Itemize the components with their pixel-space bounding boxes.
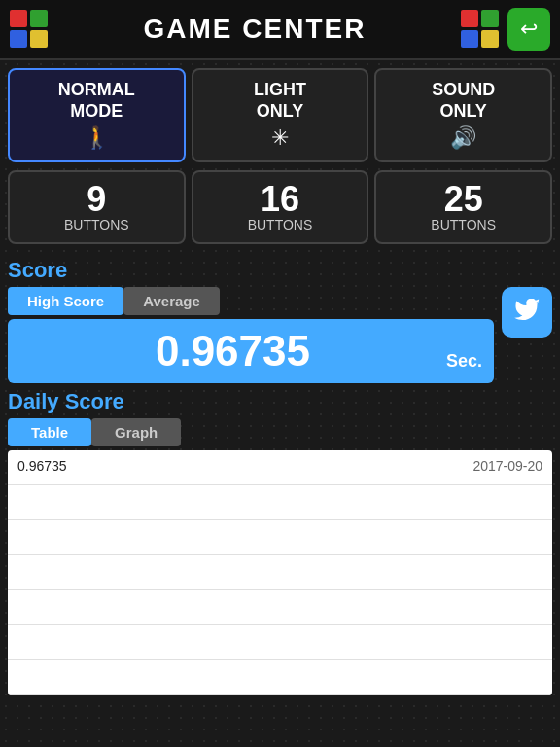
row-score-0: 0.96735 <box>18 458 67 477</box>
score-tabs: High Score Average <box>8 287 494 315</box>
header-logo-right <box>461 10 500 49</box>
table-row-empty-3 <box>8 555 552 590</box>
daily-tabs: Table Graph <box>8 418 552 446</box>
logo-yellow <box>30 30 48 48</box>
score-section: Score High Score Average 0.96735 Sec. <box>0 252 560 383</box>
daily-title: Daily Score <box>8 389 552 414</box>
btn-25[interactable]: 25 BUTTONS <box>374 170 552 244</box>
tab-graph[interactable]: Graph <box>91 418 181 446</box>
tab-high-score[interactable]: High Score <box>8 287 123 315</box>
mode-normal-label: NORMALMODE <box>58 80 135 122</box>
btn-16-num: 16 <box>203 182 358 217</box>
twitter-icon <box>513 299 541 326</box>
row-date-0: 2017-09-20 <box>472 458 542 477</box>
btn-25-label: BUTTONS <box>386 217 541 232</box>
mode-light-icon: ✳ <box>271 125 289 151</box>
mode-light-label: LIGHTONLY <box>254 80 306 122</box>
header: GAME CENTER ↩ <box>0 0 560 60</box>
mode-sound-button[interactable]: SOUNDONLY 🔊 <box>374 68 552 162</box>
score-display: 0.96735 Sec. <box>8 319 494 383</box>
logo-blue <box>10 30 27 48</box>
score-table: 0.96735 2017-09-20 <box>8 450 552 695</box>
twitter-button[interactable] <box>502 287 552 338</box>
logo-r2 <box>461 10 478 27</box>
mode-normal-icon: 🚶 <box>84 125 110 151</box>
tab-table[interactable]: Table <box>8 418 91 446</box>
score-tab-group: High Score Average <box>8 287 494 315</box>
logo-green <box>30 10 48 27</box>
buttons-grid: 9 BUTTONS 16 BUTTONS 25 BUTTONS <box>0 170 560 252</box>
score-title: Score <box>8 258 552 283</box>
btn-25-num: 25 <box>386 182 541 217</box>
modes-grid: NORMALMODE 🚶 LIGHTONLY ✳ SOUNDONLY 🔊 <box>0 60 560 170</box>
table-row-empty-6 <box>8 660 552 695</box>
score-unit: Sec. <box>446 351 482 375</box>
header-right: ↩ <box>461 8 550 51</box>
btn-9-num: 9 <box>19 182 174 217</box>
tab-average[interactable]: Average <box>123 287 220 315</box>
logo-g2 <box>481 10 499 27</box>
table-row: 0.96735 2017-09-20 <box>8 450 552 485</box>
btn-16-label: BUTTONS <box>203 217 358 232</box>
mode-light-button[interactable]: LIGHTONLY ✳ <box>192 68 369 162</box>
score-value: 0.96735 <box>19 327 446 375</box>
btn-9[interactable]: 9 BUTTONS <box>8 170 186 244</box>
mode-sound-icon: 🔊 <box>450 125 476 151</box>
table-row-empty-4 <box>8 590 552 625</box>
mode-sound-label: SOUNDONLY <box>432 80 495 122</box>
logo-b2 <box>461 30 478 48</box>
mode-normal-button[interactable]: NORMALMODE 🚶 <box>8 68 186 162</box>
table-row-empty-1 <box>8 485 552 520</box>
table-row-empty-2 <box>8 520 552 555</box>
table-row-empty-5 <box>8 625 552 660</box>
btn-9-label: BUTTONS <box>19 217 174 232</box>
logo-y2 <box>481 30 499 48</box>
logo-red <box>10 10 27 27</box>
btn-16[interactable]: 16 BUTTONS <box>192 170 369 244</box>
back-button[interactable]: ↩ <box>508 8 550 51</box>
header-logo-left <box>10 10 49 49</box>
app-title: GAME CENTER <box>56 14 453 45</box>
daily-section: Daily Score Table Graph 0.96735 2017-09-… <box>0 383 560 695</box>
